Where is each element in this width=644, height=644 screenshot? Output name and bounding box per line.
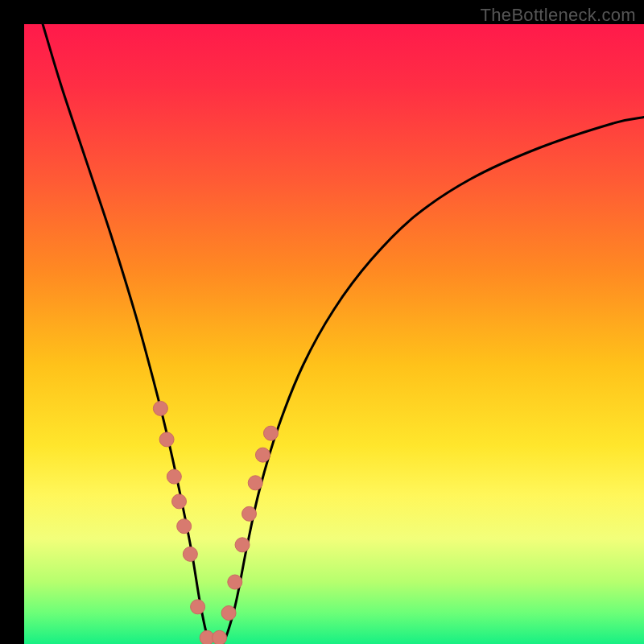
highlighted-point — [183, 547, 197, 561]
highlighted-point — [177, 519, 192, 534]
highlighted-point — [191, 600, 205, 614]
plot-area — [24, 24, 644, 644]
bottleneck-curve-layer — [24, 24, 644, 644]
bottleneck-curve — [43, 24, 644, 644]
highlighted-point — [159, 432, 174, 447]
highlighted-point — [255, 448, 270, 462]
highlighted-point — [242, 506, 257, 521]
highlighted-point — [263, 426, 278, 440]
highlighted-points-group — [153, 401, 278, 644]
highlighted-point — [172, 494, 187, 509]
attribution-text: TheBottleneck.com — [481, 5, 636, 26]
chart-stage: TheBottleneck.com — [0, 0, 644, 644]
highlighted-point — [221, 606, 236, 621]
highlighted-point — [235, 538, 250, 552]
highlighted-point — [153, 401, 167, 415]
highlighted-point — [228, 575, 242, 589]
highlighted-point — [167, 469, 181, 484]
highlighted-point — [248, 476, 262, 490]
highlighted-point — [213, 630, 227, 644]
